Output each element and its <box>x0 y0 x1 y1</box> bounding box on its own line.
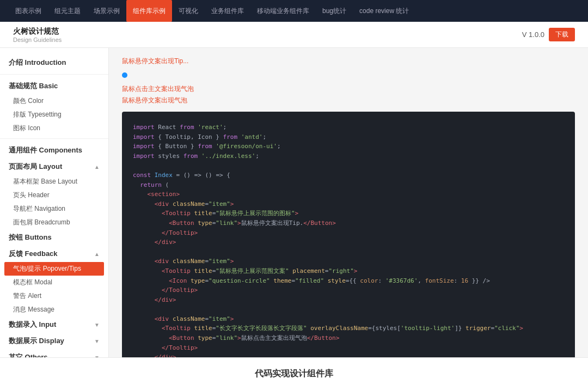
sidebar-item-typeset[interactable]: 排版 Typesetting <box>0 108 108 121</box>
sidebar-feedback-label: 反馈 Feedback <box>9 249 58 259</box>
tooltip-link-3[interactable]: 鼠标悬停文案出现气泡 <box>122 96 575 105</box>
sidebar-item-intro[interactable]: 介绍 Introduction <box>0 54 108 71</box>
nav-item-components[interactable]: 组件库示例 <box>126 0 172 22</box>
sidebar-group-input[interactable]: 数据录入 Input ▼ <box>0 316 108 333</box>
chevron-down-icon3: ▼ <box>94 355 100 358</box>
sidebar-others-label: 其它 Others <box>9 352 48 357</box>
nav-item-mobile[interactable]: 移动端业务组件库 <box>250 0 316 22</box>
sidebar: 介绍 Introduction 基础规范 Basic 颜色 Color 排版 T… <box>0 48 109 357</box>
nav-item-visual[interactable]: 可视化 <box>172 0 205 22</box>
sidebar-item-message[interactable]: 消息 Message <box>0 303 108 316</box>
version-text: V 1.0.0 <box>522 31 544 39</box>
nav-item-scene[interactable]: 场景示例 <box>87 0 126 22</box>
main-content: 鼠标悬停文案出现Tip... 鼠标点击主文案出现气泡 鼠标悬停文案出现气泡 im… <box>109 48 588 357</box>
version-area: V 1.0.0 下载 <box>522 28 575 41</box>
tooltip-link-2[interactable]: 鼠标点击主文案出现气泡 <box>122 84 575 94</box>
sidebar-item-header[interactable]: 页头 Header <box>0 188 108 202</box>
divider <box>0 74 108 75</box>
chevron-down-icon2: ▼ <box>94 338 100 344</box>
sidebar-item-buttons[interactable]: 按钮 Buttons <box>0 229 108 246</box>
sidebar-group-display[interactable]: 数据展示 Display ▼ <box>0 333 108 349</box>
caption-text: 代码实现设计组件库 <box>255 368 333 380</box>
chevron-up-icon2: ▲ <box>94 251 100 257</box>
top-navigation: 图表示例 组元主题 场景示例 组件库示例 可视化 业务组件库 移动端业务组件库 … <box>0 0 588 22</box>
sidebar-item-baselayout[interactable]: 基本框架 Base Layout <box>0 175 108 188</box>
brand: 火树设计规范 Design Guidelines <box>13 27 62 43</box>
sidebar-group-layout[interactable]: 页面布局 Layout ▲ <box>0 159 108 175</box>
sidebar-item-components[interactable]: 通用组件 Components <box>0 142 108 159</box>
code-block: import React from 'react'; import { Tool… <box>122 112 575 357</box>
nav-item-charts[interactable]: 图表示例 <box>9 0 48 22</box>
sidebar-item-navigation[interactable]: 导航栏 Navigation <box>0 202 108 216</box>
sidebar-item-basic[interactable]: 基础规范 Basic <box>0 78 108 94</box>
blue-dot <box>122 72 127 78</box>
brand-name: 火树设计规范 <box>13 27 62 36</box>
nav-item-business[interactable]: 业务组件库 <box>205 0 250 22</box>
download-button[interactable]: 下载 <box>549 28 575 41</box>
chevron-up-icon: ▲ <box>94 164 100 170</box>
tooltip-links-section: 鼠标悬停文案出现Tip... 鼠标点击主文案出现气泡 鼠标悬停文案出现气泡 <box>122 57 575 105</box>
sidebar-group-others[interactable]: 其它 Others ▼ <box>0 349 108 357</box>
bottom-caption: 代码实现设计组件库 <box>0 357 588 390</box>
sidebar-item-breadcrumb[interactable]: 面包屑 Breadcrumb <box>0 216 108 229</box>
sidebar-item-popover[interactable]: 气泡/提示 Popover/Tips <box>4 262 104 276</box>
divider2 <box>0 138 108 139</box>
sidebar-item-color[interactable]: 颜色 Color <box>0 94 108 108</box>
sidebar-item-modal[interactable]: 模态框 Modal <box>0 276 108 289</box>
nav-item-theme[interactable]: 组元主题 <box>48 0 87 22</box>
chevron-down-icon: ▼ <box>94 322 100 328</box>
header-bar: 火树设计规范 Design Guidelines V 1.0.0 下载 <box>0 22 588 48</box>
main-layout: 介绍 Introduction 基础规范 Basic 颜色 Color 排版 T… <box>0 48 588 357</box>
sidebar-item-icon[interactable]: 图标 Icon <box>0 121 108 135</box>
sidebar-display-label: 数据展示 Display <box>9 336 64 346</box>
code-content: import React from 'react'; import { Tool… <box>133 123 564 357</box>
tooltip-link-1[interactable]: 鼠标悬停文案出现Tip... <box>122 57 575 66</box>
sidebar-item-alert[interactable]: 警告 Alert <box>0 289 108 303</box>
sidebar-layout-label: 页面布局 Layout <box>9 162 62 172</box>
brand-subtitle: Design Guidelines <box>13 36 62 43</box>
sidebar-input-label: 数据录入 Input <box>9 320 56 330</box>
sidebar-group-feedback[interactable]: 反馈 Feedback ▲ <box>0 246 108 262</box>
nav-item-bug[interactable]: bug统计 <box>316 0 353 22</box>
nav-item-codereview[interactable]: code review 统计 <box>353 0 415 22</box>
